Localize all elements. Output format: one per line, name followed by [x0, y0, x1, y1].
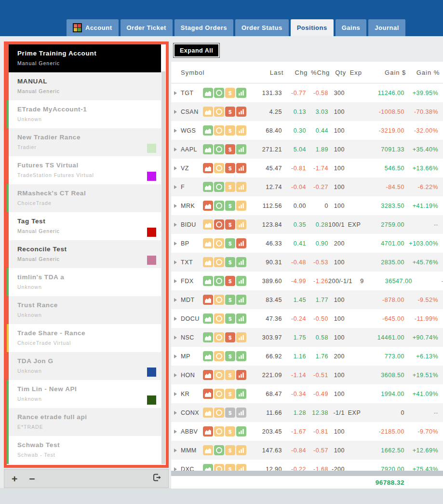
sidebar-scrollbar[interactable]: [161, 44, 166, 465]
total-row: 96788.32: [171, 476, 443, 489]
expand-arrow-icon[interactable]: [174, 204, 181, 208]
sidebar-scrollbar-thumb[interactable]: [161, 71, 165, 464]
tab-order-status[interactable]: Order Status: [235, 19, 289, 36]
account-item[interactable]: TDA Jon G Unknown: [7, 352, 161, 380]
expand-arrow-icon[interactable]: [174, 336, 181, 340]
position-row[interactable]: MMM 147.63 -0.84 -0.57 100 1662.50 +12.6…: [171, 441, 443, 460]
expand-all-button[interactable]: Expand All: [174, 43, 219, 57]
bar-chart-icon: [236, 107, 246, 117]
position-row[interactable]: BP 46.33 0.41 0.90 200 4701.00 +103.00%: [171, 234, 443, 253]
expand-arrow-icon[interactable]: [174, 298, 181, 302]
col-symbol: Symbol: [181, 69, 204, 76]
account-item[interactable]: ETrade MyAccount-1 Unknown: [7, 100, 161, 128]
table-header: Symbol Last Chg %Chg Qty Exp Gain $ Gain…: [171, 62, 443, 83]
expand-arrow-icon[interactable]: [174, 166, 181, 170]
position-row[interactable]: CONX 11.66 1.28 12.38 -1/1 EXP 0 --: [171, 403, 443, 422]
circle-icon: [214, 351, 224, 361]
account-item[interactable]: RMasheck's CT Real ChoiceTrade: [7, 184, 161, 212]
account-item[interactable]: Trade Share - Rance ChoiceTrade Virtual: [7, 324, 161, 352]
position-row[interactable]: NSC 303.97 1.75 0.58 100 14461.00 +90.74…: [171, 328, 443, 347]
bar-chart-icon: [236, 144, 246, 154]
expand-arrow-icon[interactable]: [174, 354, 181, 358]
account-item[interactable]: Rance etrade full api E*TRADE: [7, 408, 161, 436]
position-row[interactable]: TGT 131.33 -0.77 -0.58 300 11246.00 +39.…: [171, 83, 443, 102]
bar-chart-icon: [236, 182, 246, 192]
tab-order-ticket[interactable]: Order Ticket: [121, 19, 173, 36]
dollar-icon: [225, 313, 235, 324]
expand-arrow-icon[interactable]: [174, 91, 181, 95]
position-row[interactable]: DOCU 47.36 -0.24 -0.50 100 -645.00 -11.9…: [171, 309, 443, 328]
position-row[interactable]: VZ 45.47 -0.81 -1.74 100 546.50 +13.66%: [171, 159, 443, 177]
connection-status-edge: [7, 72, 9, 100]
expand-arrow-icon[interactable]: [174, 430, 181, 434]
exit-button[interactable]: [153, 474, 162, 483]
dollar-icon: [225, 426, 235, 436]
position-row[interactable]: MP 66.92 1.16 1.76 200 773.00 +6.13%: [171, 347, 443, 366]
position-row[interactable]: DXC 12.90 -0.22 -1.68 -200 7920.00 +75.4…: [171, 460, 443, 471]
account-item[interactable]: Prime Training Account Manual Generic: [7, 44, 161, 72]
remove-account-button[interactable]: −: [29, 474, 35, 484]
add-account-button[interactable]: +: [12, 474, 17, 484]
account-item[interactable]: Tag Test Manual Generic: [7, 212, 161, 240]
account-item[interactable]: Schwab Test Schwab - Test: [7, 436, 161, 464]
tab-account[interactable]: Account: [67, 19, 119, 36]
chart-area-icon: [203, 163, 213, 173]
expand-arrow-icon[interactable]: [174, 110, 181, 114]
position-row[interactable]: ABBV 203.45 -1.67 -0.81 100 -2185.00 -9.…: [171, 422, 443, 441]
expand-arrow-icon[interactable]: [174, 185, 181, 189]
tab-gains[interactable]: Gains: [336, 19, 367, 36]
position-row[interactable]: WGS 68.40 0.30 0.44 100 -3219.00 -32.00%: [171, 121, 443, 140]
bar-chart-icon: [236, 370, 246, 380]
position-row[interactable]: BIDU 123.84 0.35 0.28 100/1 EXP 2759.00 …: [171, 215, 443, 234]
nav-tabs: Account Order Ticket Staged Orders Order…: [67, 19, 405, 36]
expand-arrow-icon[interactable]: [174, 411, 181, 415]
expand-arrow-icon[interactable]: [174, 129, 181, 133]
connection-status-edge: [7, 212, 9, 240]
position-row[interactable]: CSAN 4.25 0.13 3.03 100 -1008.50 -70.38%: [171, 102, 443, 121]
position-row[interactable]: KR 68.47 -0.34 -0.49 100 1994.00 +41.09%: [171, 384, 443, 403]
expand-arrow-icon[interactable]: [174, 223, 181, 227]
account-color-swatch: [147, 172, 156, 181]
connection-status-edge: [7, 324, 9, 352]
expand-arrow-icon[interactable]: [174, 392, 181, 396]
dollar-icon: [225, 163, 235, 173]
tab-journal[interactable]: Journal: [368, 19, 405, 36]
position-row[interactable]: TXT 90.31 -0.48 -0.53 100 2835.00 +45.76…: [171, 253, 443, 272]
expand-arrow-icon[interactable]: [174, 242, 181, 245]
tab-positions[interactable]: Positions: [291, 19, 334, 36]
dollar-icon: [225, 238, 235, 248]
position-row[interactable]: MDT 83.45 1.45 1.77 100 -878.00 -9.52%: [171, 290, 443, 309]
table-hscrollbar[interactable]: [171, 471, 443, 476]
account-item[interactable]: New Tradier Rance Tradier: [7, 128, 161, 156]
connection-status-edge: [7, 296, 9, 324]
expand-arrow-icon[interactable]: [174, 449, 181, 452]
position-row[interactable]: AAPL 271.21 5.04 1.89 100 7091.33 +35.40…: [171, 140, 443, 159]
chart-area-icon: [203, 276, 213, 286]
position-row[interactable]: FDX 389.60 -4.99 -1.26 200/-1/1 9 36547.…: [171, 272, 443, 290]
expand-arrow-icon[interactable]: [174, 317, 181, 321]
expand-arrow-icon[interactable]: [174, 260, 181, 264]
account-item[interactable]: timlin's TDA a Unknown: [7, 268, 161, 296]
connection-status-edge: [7, 408, 9, 436]
dollar-icon: [225, 408, 235, 418]
account-item[interactable]: Reconcile Test Manual Generic: [7, 240, 161, 268]
expand-arrow-icon[interactable]: [174, 279, 181, 283]
position-row[interactable]: HON 221.09 -1.14 -0.51 100 3608.50 +19.5…: [171, 366, 443, 384]
circle-icon: [214, 219, 224, 230]
connection-status-edge: [7, 184, 9, 212]
position-row[interactable]: MRK 112.56 0.00 0 100 3283.50 +41.19%: [171, 196, 443, 215]
circle-icon: [214, 370, 224, 380]
account-item[interactable]: Futures TS Virtual TradeStation Futures …: [7, 156, 161, 184]
chart-area-icon: [203, 144, 213, 154]
tab-staged-orders[interactable]: Staged Orders: [175, 19, 233, 36]
dollar-icon: [225, 144, 235, 154]
expand-arrow-icon[interactable]: [174, 148, 181, 151]
chart-area-icon: [203, 389, 213, 399]
position-row[interactable]: F 12.74 -0.04 -0.27 100 -84.50 -6.22%: [171, 177, 443, 196]
account-item[interactable]: MANUAL Manual Generic: [7, 72, 161, 100]
expand-arrow-icon[interactable]: [174, 373, 181, 377]
account-item[interactable]: Trust Rance Unknown: [7, 296, 161, 324]
account-item[interactable]: Tim Lin - New API Unknown: [7, 380, 161, 408]
chart-area-icon: [203, 426, 213, 436]
chart-area-icon: [203, 182, 213, 192]
